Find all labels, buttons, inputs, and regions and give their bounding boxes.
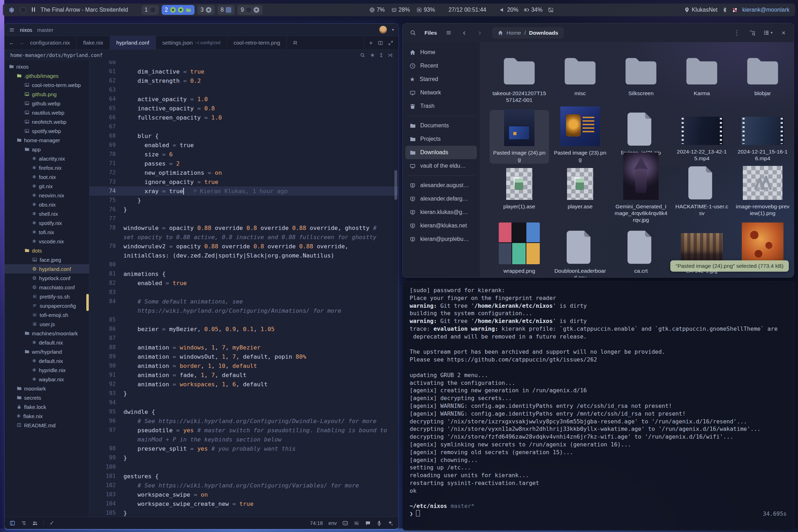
inhibitor-stat[interactable] xyxy=(548,7,554,13)
menu-icon[interactable] xyxy=(9,27,15,33)
file-item-player.ase[interactable]: player.ase xyxy=(564,164,596,228)
volume-stat[interactable]: 20% xyxy=(500,7,519,13)
code-line-91[interactable]: 91 animation = fade, 1, 7, default xyxy=(89,370,398,380)
file-item-HACKATIME-1-user.csv[interactable]: HACKATIME-1-user.csv xyxy=(672,164,732,228)
code-line-68[interactable]: 68 blur { xyxy=(89,131,398,140)
code-line-84[interactable]: 84 # Some default animations, see xyxy=(89,297,398,306)
copilot-icon[interactable] xyxy=(342,520,348,526)
tree-item-shell.nix[interactable]: ❄shell.nix xyxy=(5,209,89,218)
workspace-3[interactable]: 3 xyxy=(197,5,215,15)
tree-item-github.webp[interactable]: github.webp xyxy=(5,99,89,108)
code-line-105[interactable]: 105} xyxy=(89,508,398,517)
workspace-9[interactable]: 9 xyxy=(237,5,262,15)
tree-item-user.js[interactable]: JSuser.js xyxy=(5,319,89,329)
network-status[interactable]: KlukasNet xyxy=(684,7,717,13)
back-icon[interactable]: ‹ xyxy=(458,27,470,39)
tree-item-sunpaperconfig[interactable]: sunpaperconfig xyxy=(5,301,89,310)
tree-item-github.png[interactable]: github.png xyxy=(5,89,89,99)
tab-configuration.nix[interactable]: configuration.nix xyxy=(24,36,77,50)
tree-item-neovim.nix[interactable]: ❄neovim.nix xyxy=(5,191,89,200)
code-line-101[interactable]: 101gestures { xyxy=(89,472,398,481)
tab-hyprland.conf[interactable]: hyprland.conf xyxy=(110,36,156,50)
terminal-window[interactable]: [sudo] password for kierank: Place your … xyxy=(402,281,794,531)
code-line-67[interactable]: 67 xyxy=(89,122,398,131)
sidebar-item-starred[interactable]: ★Starred xyxy=(405,73,477,86)
code-line-75[interactable]: 75 } xyxy=(89,196,398,205)
tree-item-foot.nix[interactable]: ❄foot.nix xyxy=(5,172,89,181)
code-line-63[interactable]: 63 xyxy=(89,85,398,94)
tree-item-nautilus.webp[interactable]: nautilus.webp xyxy=(5,108,89,117)
close-icon[interactable]: × xyxy=(777,27,790,39)
tree-item-macchiato.conf[interactable]: ⚙macchiato.conf xyxy=(5,283,89,292)
nixos-logo-icon[interactable]: ❄ xyxy=(8,6,15,14)
code-line-64[interactable]: 64 active_opacity = 1.0 xyxy=(89,94,398,104)
code-line-61[interactable]: 61 dim_inactive = true xyxy=(89,67,398,76)
tree-item-hyprlock.conf[interactable]: ⚙hyprlock.conf xyxy=(5,273,89,283)
tab-flake.nix[interactable]: flake.nix xyxy=(77,36,110,50)
project-panel-icon[interactable] xyxy=(10,520,15,526)
code-line-78[interactable]: 78windowrule = opacity 0.88 override 0.8… xyxy=(89,223,398,232)
pause-icon[interactable] xyxy=(31,7,36,13)
chat-icon[interactable] xyxy=(365,520,371,526)
tree-item-waybar.nix[interactable]: ❄waybar.nix xyxy=(5,375,89,384)
tab-settings.json[interactable]: settings.json~/.config/zed xyxy=(156,36,227,50)
breadcrumb-path[interactable]: home-manager/dots/hyprland.conf xyxy=(10,52,103,58)
collab-icon[interactable] xyxy=(32,520,38,526)
code-line-69[interactable]: 69 enabled = true xyxy=(89,140,398,150)
code-line-96[interactable]: 96 # See https://wiki.hyprland.org/Confi… xyxy=(89,416,398,426)
tree-item-wm/hyprland[interactable]: wm/hyprland xyxy=(5,347,89,356)
sidebar-item-trash[interactable]: Trash xyxy=(405,99,477,113)
forward-icon[interactable]: › xyxy=(474,27,486,39)
file-item-ca.crt[interactable]: ca.crt xyxy=(625,228,657,277)
tree-item-spotify.nix[interactable]: ❄spotify.nix xyxy=(5,218,89,227)
code-line-74[interactable]: 74 xray = trueKieran Klukas, 1 hour ago xyxy=(89,186,398,196)
path-breadcrumb[interactable]: Home / Downloads xyxy=(492,27,564,39)
code-line-95[interactable]: 95dwindle { xyxy=(89,407,398,416)
code-line-87[interactable]: 87 xyxy=(89,334,398,343)
code-line-88[interactable]: 88 animation = windows, 1, 7, myBezier xyxy=(89,343,398,352)
launcher-icon[interactable] xyxy=(20,7,27,13)
tree-item-face.jpeg[interactable]: face.jpeg xyxy=(5,255,89,264)
tree-item-default.nix[interactable]: ❄default.nix xyxy=(5,338,89,347)
view-toggle-icon[interactable]: ▾ xyxy=(762,27,774,39)
code-line-82[interactable]: 82 enabled = true xyxy=(89,278,398,288)
file-item-takeout-20241207T155714Z-001[interactable]: takeout-20241207T155714Z-001 xyxy=(490,51,549,110)
tree-item-obs.nix[interactable]: ❄obs.nix xyxy=(5,200,89,209)
sidebar-item-kieran-klukas-net[interactable]: kieran@klukas.net xyxy=(405,219,477,232)
code-line-81[interactable]: 81animations { xyxy=(89,269,398,278)
file-item-blobjar[interactable]: blobjar xyxy=(742,51,783,110)
code-line-wrap[interactable]: mainMod + P in the keybinds section belo… xyxy=(89,435,398,444)
tree-item-flake.nix[interactable]: ❄flake.nix xyxy=(5,411,89,421)
sidebar-item-kieran-purplebu-[interactable]: kieran@purplebu… xyxy=(405,232,477,246)
tree-item-.github/images[interactable]: .github/images xyxy=(5,71,89,80)
workspace-1[interactable]: 1 xyxy=(141,5,159,15)
code-line-62[interactable]: 62 dim_strength = 0.2 xyxy=(89,76,398,85)
code-line-99[interactable]: 99} xyxy=(89,453,398,462)
tree-item-git.nix[interactable]: ❄git.nix xyxy=(5,181,89,191)
tree-item-machines/moonlark[interactable]: machines/moonlark xyxy=(5,329,89,338)
split-pane-icon[interactable] xyxy=(378,40,383,46)
code-line-85[interactable]: 85 xyxy=(89,315,398,324)
code-line-83[interactable]: 83 xyxy=(89,288,398,297)
file-item-2024-12-21_15-16-16.mp4[interactable]: 2024-12-21_15-16-16.mp4 xyxy=(733,110,792,164)
tab-cool-retro-term.png[interactable]: cool-retro-term.png xyxy=(227,36,287,50)
sidebar-item-alexander-defarg-[interactable]: alexander.defarg… xyxy=(405,192,477,206)
terminal-prompt-line[interactable]: ❯ 34.695s xyxy=(410,510,787,518)
tree-item-hypridle.nix[interactable]: ❄hypridle.nix xyxy=(5,365,89,375)
tree-item-secrets[interactable]: secrets xyxy=(5,393,89,402)
code-line-wrap[interactable]: set opacity to 0.88 active, 0.8 inactive… xyxy=(89,232,398,242)
file-item-misc[interactable]: misc xyxy=(559,51,601,110)
search-icon[interactable] xyxy=(360,53,365,58)
code-line-65[interactable]: 65 inactive_opacity = 0.8 xyxy=(89,104,398,113)
terminal-panel-icon[interactable] xyxy=(354,520,359,526)
workspace-8[interactable]: 8 xyxy=(218,5,235,15)
code-line-94[interactable]: 94 xyxy=(89,398,398,407)
sidebar-item-recent[interactable]: Recent xyxy=(405,59,477,73)
code-line-70[interactable]: 70 size = 6 xyxy=(89,150,398,159)
hamburger-menu-icon[interactable] xyxy=(443,27,455,39)
code-line-92[interactable]: 92 animation = workspaces, 1, 6, default xyxy=(89,380,398,389)
code-line-98[interactable]: 98 preserve_split = yes # you probably w… xyxy=(89,444,398,453)
git-branch[interactable]: master xyxy=(37,27,53,33)
tree-item-alacritty.nix[interactable]: ❄alacritty.nix xyxy=(5,154,89,163)
sidebar-item-alesander-august-[interactable]: alesander.august… xyxy=(405,179,477,192)
